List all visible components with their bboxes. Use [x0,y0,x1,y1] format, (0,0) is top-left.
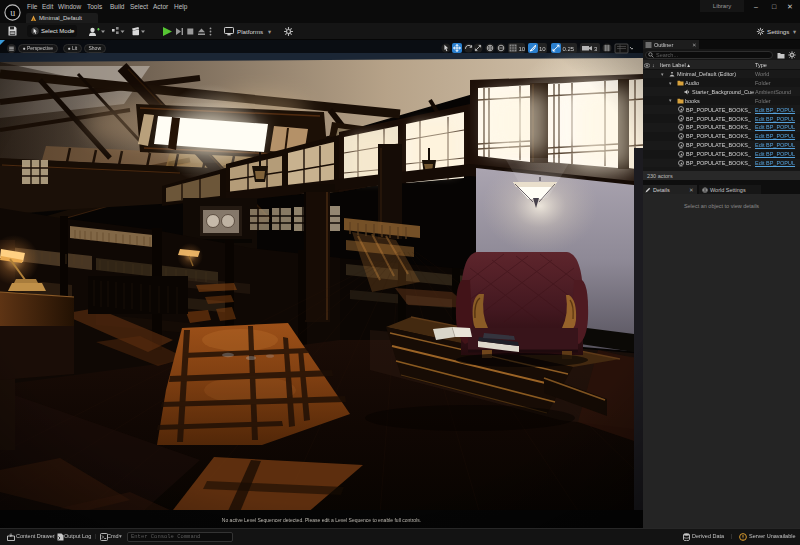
svg-text:0.25: 0.25 [563,46,575,52]
svg-text:10: 10 [539,46,546,52]
svg-text:10: 10 [519,46,526,52]
svg-text:u: u [10,7,15,18]
